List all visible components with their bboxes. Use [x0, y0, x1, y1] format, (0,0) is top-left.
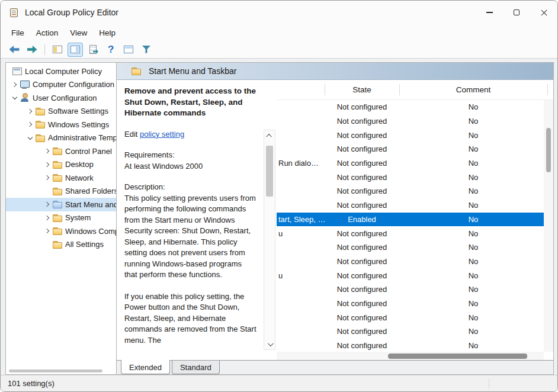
tree-chevron-icon[interactable]: [43, 163, 52, 166]
minimize-button[interactable]: [476, 1, 503, 24]
export-list-button[interactable]: [85, 43, 101, 57]
tree-item-label: Control Panel: [65, 147, 112, 156]
tab-extended[interactable]: Extended: [121, 360, 170, 374]
tree-item-label: All Settings: [65, 240, 104, 249]
tree-item-label: User Configuration: [33, 94, 97, 102]
policy-row[interactable]: Not configured No: [277, 297, 544, 311]
list-pane-button[interactable]: [121, 43, 136, 57]
policy-row[interactable]: Not configured No: [277, 255, 544, 269]
folder-icon: [35, 120, 46, 129]
tree-chevron-icon[interactable]: [43, 176, 52, 179]
tree-item-computer-configuration[interactable]: Computer Configuration: [6, 78, 116, 92]
tree-chevron-icon[interactable]: [25, 136, 35, 140]
policy-row[interactable]: Run dialo… Not configured No: [277, 156, 544, 171]
tree-chevron-icon[interactable]: [10, 95, 20, 100]
policy-row[interactable]: Not configured No: [277, 339, 544, 352]
status-text: 101 setting(s): [8, 379, 54, 388]
tree-item-user-configuration[interactable]: User Configuration: [6, 91, 116, 105]
show-console-tree-button[interactable]: [50, 43, 65, 57]
menu-item[interactable]: Help: [93, 26, 121, 40]
tab-standard[interactable]: Standard: [172, 361, 220, 374]
cell-comment: No: [399, 285, 544, 294]
tree-item-administrative-templates[interactable]: Administrative Templates: [6, 131, 116, 145]
tree-chevron-icon[interactable]: [43, 216, 52, 220]
list-horizontal-scrollbar[interactable]: [277, 352, 544, 360]
tree-item-windows-settings[interactable]: Windows Settings: [6, 118, 116, 131]
tree-chevron-icon[interactable]: [43, 203, 52, 206]
tree-horizontal-scrollbar[interactable]: [8, 368, 114, 373]
policy-row[interactable]: Not configured No: [277, 142, 544, 156]
titlebar: Local Group Policy Editor: [1, 1, 557, 24]
scroll-down-icon[interactable]: [264, 339, 275, 349]
tree-item-shared-folders[interactable]: Shared Folders: [6, 185, 116, 198]
cell-comment: No: [399, 187, 544, 195]
folder-icon: [52, 173, 63, 182]
cell-state: Not configured: [325, 117, 399, 126]
cell-comment: No: [399, 327, 544, 336]
back-button[interactable]: [7, 43, 22, 57]
forward-button[interactable]: [24, 43, 40, 57]
statusbar-divider: [489, 378, 489, 388]
policy-setting-link[interactable]: policy setting: [140, 130, 184, 139]
policy-row[interactable]: Not configured No: [277, 324, 544, 339]
tree-chevron-icon[interactable]: [43, 149, 52, 153]
cell-setting: tart, Sleep, …: [277, 215, 325, 224]
cell-state: Not configured: [325, 131, 399, 140]
maximize-button[interactable]: [503, 1, 530, 24]
folder-icon: [131, 66, 142, 76]
list-vertical-scrollbar-thumb[interactable]: [546, 128, 551, 172]
tree-item-start-menu-and-taskbar[interactable]: Start Menu and Taskbar: [6, 198, 116, 211]
policy-row[interactable]: Not configured No: [277, 282, 544, 297]
tree-chevron-icon[interactable]: [25, 123, 35, 126]
show-action-pane-button[interactable]: [68, 43, 83, 57]
tree-item-all-settings[interactable]: All Settings: [6, 238, 116, 252]
details-scrollbar-thumb[interactable]: [266, 146, 273, 197]
cell-state: Not configured: [325, 159, 399, 168]
tree-horizontal-scrollbar-thumb[interactable]: [9, 369, 102, 372]
tree-chevron-icon[interactable]: [10, 83, 20, 86]
cell-comment: No: [399, 102, 544, 111]
tree-item-label: Software Settings: [48, 107, 108, 115]
policy-row[interactable]: Not configured No: [277, 170, 544, 184]
tree-item-system[interactable]: System: [6, 211, 116, 225]
policy-row[interactable]: Not configured No: [277, 128, 544, 142]
help-button[interactable]: [103, 43, 118, 57]
cell-state: Not configured: [325, 271, 399, 280]
result-pane-header: Start Menu and Taskbar: [117, 63, 553, 80]
tree-item-desktop[interactable]: Desktop: [6, 158, 116, 172]
result-pane-title: Start Menu and Taskbar: [149, 66, 236, 76]
tree-chevron-icon[interactable]: [43, 229, 52, 233]
policy-row[interactable]: Not configured No: [277, 184, 544, 198]
scroll-up-icon[interactable]: [264, 130, 275, 141]
policy-row[interactable]: Not configured No: [277, 100, 544, 114]
cell-comment: No: [399, 159, 544, 168]
filter-button[interactable]: [139, 43, 154, 57]
column-header-comment[interactable]: Comment: [399, 80, 547, 99]
folder-icon: [52, 226, 63, 236]
cell-comment: No: [399, 257, 544, 266]
maximize-icon: [514, 9, 519, 15]
settings-list: State Comment Not configured No: [277, 80, 553, 360]
tree-item-control-panel[interactable]: Control Panel: [6, 144, 116, 158]
tree-item-windows-components[interactable]: Windows Components: [6, 224, 116, 238]
list-vertical-scrollbar[interactable]: [544, 100, 553, 352]
policy-row[interactable]: Not configured No: [277, 310, 544, 324]
menu-item[interactable]: View: [64, 26, 93, 40]
details-scrollbar[interactable]: [264, 130, 275, 350]
policy-row[interactable]: Not configured No: [277, 114, 544, 128]
policy-row[interactable]: u Not configured No: [277, 226, 544, 240]
tree-item-local-computer-policy[interactable]: Local Computer Policy: [6, 65, 116, 78]
list-horizontal-scrollbar-thumb[interactable]: [388, 354, 527, 359]
policy-row[interactable]: tart, Sleep, … Enabled No: [277, 213, 544, 227]
column-header-state[interactable]: State: [325, 80, 399, 99]
menu-item[interactable]: File: [5, 26, 30, 40]
tree-chevron-icon[interactable]: [25, 110, 35, 113]
policy-row[interactable]: Not configured No: [277, 240, 544, 255]
tree-item-network[interactable]: Network: [6, 171, 116, 185]
tree-item-software-settings[interactable]: Software Settings: [6, 105, 116, 118]
close-button[interactable]: [530, 1, 557, 24]
policy-row[interactable]: Not configured No: [277, 198, 544, 213]
menu-item[interactable]: Action: [30, 26, 65, 40]
policy-row[interactable]: u Not configured No: [277, 268, 544, 282]
view-tabs: Extended Standard: [117, 360, 553, 374]
